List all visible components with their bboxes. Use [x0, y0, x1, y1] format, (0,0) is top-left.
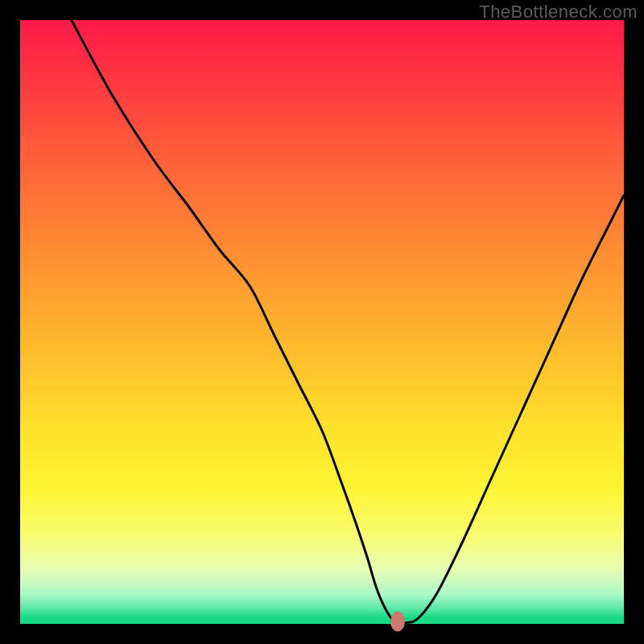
minimum-marker	[390, 612, 405, 632]
bottleneck-curve	[20, 20, 624, 624]
plot-area	[20, 20, 624, 624]
chart-root: TheBottleneck.com	[0, 0, 644, 644]
